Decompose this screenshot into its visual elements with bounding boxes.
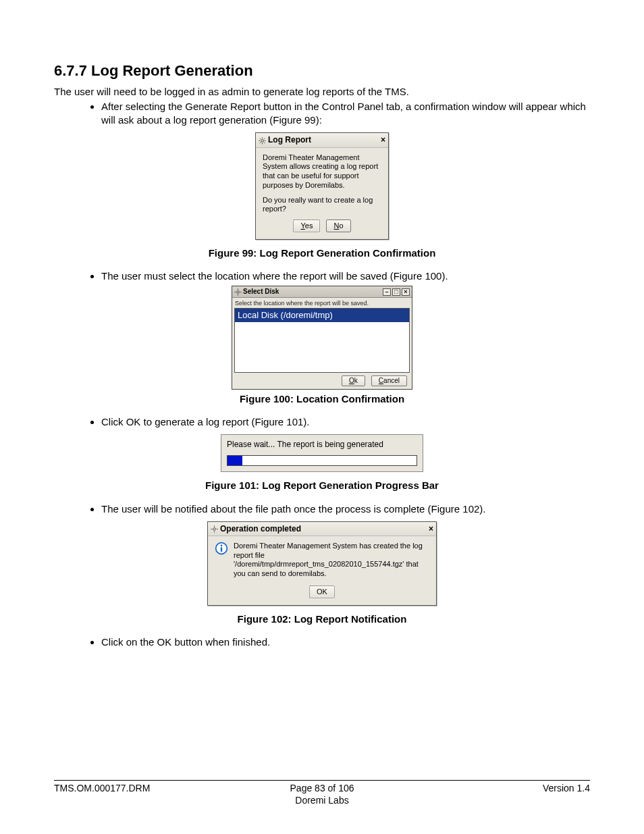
- figure-100-image: Select Disk – □ × Select the location wh…: [54, 286, 590, 389]
- close-icon[interactable]: ×: [429, 523, 433, 534]
- cancel-button[interactable]: Cancel: [371, 375, 407, 386]
- figure-101-image: Please wait... The report is being gener…: [54, 434, 590, 472]
- ok-button[interactable]: Ok: [342, 375, 365, 386]
- disk-listbox[interactable]: Local Disk (/doremi/tmp): [234, 308, 410, 373]
- dialog-title: Operation completed: [220, 523, 301, 534]
- operation-completed-dialog: Operation completed × Doremi Theater Man…: [207, 521, 437, 606]
- bullet-5: Click on the OK button when finished.: [101, 635, 590, 649]
- gear-icon: [234, 288, 242, 296]
- footer-version: Version 1.4: [411, 783, 590, 793]
- footer-page-number: Page 83 of 106: [233, 783, 412, 793]
- log-report-dialog: Log Report × Doremi Theater Management S…: [255, 132, 389, 240]
- figure-100-caption: Figure 100: Location Confirmation: [54, 392, 590, 406]
- svg-point-14: [213, 528, 216, 531]
- info-icon: [215, 542, 228, 555]
- figure-101-caption: Figure 101: Log Report Generation Progre…: [54, 479, 590, 492]
- svg-point-0: [261, 140, 264, 142]
- maximize-icon[interactable]: □: [392, 288, 400, 296]
- dialog-title: Select Disk: [243, 287, 279, 296]
- svg-line-6: [264, 142, 265, 143]
- figure-102-image: Operation completed × Doremi Theater Man…: [54, 521, 590, 606]
- list-item[interactable]: Local Disk (/doremi/tmp): [235, 309, 409, 322]
- progress-fill: [227, 456, 242, 465]
- bullet-1: After selecting the Generate Report butt…: [101, 100, 590, 128]
- gear-icon: [259, 136, 266, 144]
- section-heading: 6.7.7 Log Report Generation: [54, 61, 590, 81]
- progress-message: Please wait... The report is being gener…: [227, 439, 417, 450]
- gear-icon: [211, 525, 218, 532]
- figure-102-caption: Figure 102: Log Report Notification: [54, 613, 590, 626]
- footer-doc-id: TMS.OM.000177.DRM: [54, 783, 233, 793]
- bullet-2: The user must select the location where …: [101, 269, 590, 283]
- dialog-instruction: Select the location where the report wil…: [232, 298, 412, 308]
- bullet-3: Click OK to generate a log report (Figur…: [101, 415, 590, 429]
- dialog-question-text: Do you really want to create a log repor…: [263, 196, 381, 215]
- svg-line-5: [260, 138, 261, 139]
- figure-99-caption: Figure 99: Log Report Generation Confirm…: [54, 246, 590, 260]
- dialog-titlebar: Operation completed ×: [208, 522, 436, 536]
- dialog-info-text: Doremi Theater Management System allows …: [263, 153, 381, 190]
- intro-text: The user will need to be logged in as ad…: [54, 85, 590, 99]
- ok-button[interactable]: OK: [309, 585, 335, 598]
- svg-rect-21: [221, 547, 222, 552]
- progress-dialog: Please wait... The report is being gener…: [221, 434, 423, 472]
- select-disk-dialog: Select Disk – □ × Select the location wh…: [232, 286, 412, 389]
- svg-point-9: [237, 290, 240, 293]
- figure-99-image: Log Report × Doremi Theater Management S…: [54, 132, 590, 240]
- footer-company: Doremi Labs: [54, 795, 590, 806]
- minimize-icon[interactable]: –: [383, 288, 391, 296]
- bullet-4: The user will be notified about the file…: [101, 502, 590, 516]
- dialog-title: Log Report: [268, 134, 311, 145]
- progress-bar: [227, 455, 417, 466]
- page-footer: TMS.OM.000177.DRM Page 83 of 106 Version…: [54, 780, 590, 793]
- no-button[interactable]: No: [326, 219, 350, 232]
- svg-line-8: [264, 138, 265, 139]
- dialog-titlebar: Log Report ×: [256, 133, 388, 147]
- dialog-body-text: Doremi Theater Management System has cre…: [234, 542, 429, 579]
- svg-point-20: [221, 544, 223, 546]
- close-icon[interactable]: ×: [381, 134, 385, 145]
- yes-button[interactable]: Yes: [293, 219, 320, 232]
- close-icon[interactable]: ×: [402, 288, 410, 296]
- svg-line-7: [260, 142, 261, 143]
- dialog-titlebar: Select Disk – □ ×: [232, 286, 412, 298]
